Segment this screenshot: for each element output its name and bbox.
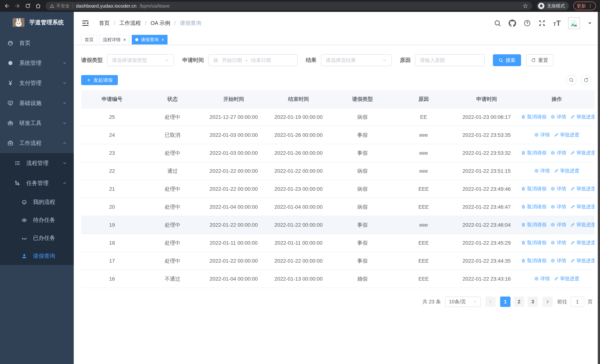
toggle-search-button[interactable] [566, 75, 577, 85]
reason-input[interactable] [416, 57, 484, 63]
page-button[interactable]: 1 [500, 297, 510, 307]
cancel-action-link[interactable]: 取消请假 [521, 239, 546, 246]
breadcrumb-item[interactable]: 工作流程 [119, 19, 141, 27]
progress-action-link[interactable]: 审批进度 [570, 149, 594, 156]
progress-action-link[interactable]: 审批进度 [554, 131, 580, 138]
chevron-down-icon [165, 58, 169, 63]
sidebar-item[interactable]: 我的流程 [0, 193, 74, 211]
progress-action-link[interactable]: 审批进度 [570, 204, 594, 210]
cell-reason: eee [393, 216, 454, 234]
cell-status: 已取消 [143, 126, 202, 144]
cancel-action-link[interactable]: 取消请假 [521, 149, 546, 156]
detail-action-link[interactable]: 详情 [534, 131, 550, 138]
briefcase-icon [7, 140, 13, 146]
detail-action-link[interactable]: 详情 [551, 222, 566, 228]
sidebar-item[interactable]: 请假查询 [0, 247, 74, 265]
search-button[interactable]: 搜索 [493, 54, 521, 66]
update-button[interactable]: 更新 [573, 2, 596, 10]
detail-action-link[interactable]: 详情 [551, 149, 566, 156]
help-icon[interactable] [524, 19, 531, 27]
cell-type: 婚假 [332, 270, 393, 288]
cell-id: 23 [81, 144, 143, 162]
result-select[interactable]: 请选择流结果 [321, 54, 392, 66]
detail-action-link[interactable]: 详情 [551, 114, 566, 120]
reason-field [415, 54, 485, 66]
cancel-action-link[interactable]: 取消请假 [521, 257, 546, 264]
progress-action-link[interactable]: 审批进度 [554, 168, 580, 174]
chevron-up-icon [62, 141, 67, 146]
sidebar-item[interactable]: 待办任务 [0, 211, 74, 229]
cell-type: 事假 [332, 252, 393, 270]
page-scrollbar[interactable] [598, 12, 600, 364]
search-icon[interactable] [494, 19, 501, 27]
sidebar-item[interactable]: 基础设施 [0, 93, 74, 113]
page-button[interactable]: 3 [527, 297, 538, 307]
column-header: 开始时间 [202, 90, 265, 108]
sidebar-item[interactable]: 支付管理 [0, 73, 74, 93]
refresh-table-button[interactable] [581, 75, 591, 85]
security-status[interactable]: 不安全 [50, 3, 70, 9]
breadcrumb-item[interactable]: OA 示例 [150, 19, 170, 27]
font-size-icon[interactable]: TT [553, 19, 561, 27]
next-page-button[interactable] [542, 297, 553, 307]
close-icon[interactable]: × [123, 37, 126, 42]
column-header: 状态 [143, 90, 202, 108]
cancel-action-link[interactable]: 取消请假 [521, 114, 546, 120]
detail-action-link[interactable]: 详情 [534, 275, 550, 282]
sidebar-item[interactable]: 首页 [0, 33, 74, 53]
github-icon[interactable] [509, 19, 516, 27]
create-leave-button[interactable]: 发起请假 [81, 75, 118, 85]
sidebar-item[interactable]: 系统管理 [0, 53, 74, 73]
back-icon[interactable] [4, 3, 10, 9]
close-icon[interactable]: × [161, 37, 164, 42]
cell-status: 不通过 [143, 270, 202, 288]
leave-type-select[interactable]: 请选择请假类型 [107, 54, 174, 66]
sidebar-item[interactable]: 已办任务 [0, 229, 74, 247]
trash-icon [521, 222, 526, 227]
progress-action-link[interactable]: 审批进度 [570, 257, 594, 264]
breadcrumb-item[interactable]: 首页 [99, 19, 110, 27]
sidebar-item[interactable]: 工作流程 [0, 133, 74, 153]
caret-down-icon[interactable] [587, 21, 592, 26]
avatar[interactable] [568, 17, 580, 29]
menu-dots-icon[interactable] [588, 4, 593, 8]
detail-action-link[interactable]: 详情 [551, 204, 566, 210]
detail-action-link[interactable]: 详情 [551, 186, 566, 192]
reload-icon[interactable] [25, 3, 31, 9]
page-button[interactable]: 2 [514, 297, 524, 307]
cell-end: 2022-01-11 00:00:00 [265, 234, 332, 252]
sidebar-collapse-icon[interactable] [82, 19, 89, 27]
page-size-select[interactable]: 10条/页 [445, 297, 481, 307]
sidebar-item[interactable]: 流程管理 [0, 153, 74, 173]
cancel-action-link[interactable]: 取消请假 [521, 204, 546, 210]
jump-page-input[interactable] [571, 297, 584, 307]
eye-open-icon [21, 217, 27, 223]
app-logo-row[interactable]: 芋道管理系统 [0, 12, 74, 33]
home-icon[interactable] [35, 3, 41, 9]
tab-3[interactable]: 请假查询× [132, 35, 168, 45]
cancel-action-link[interactable]: 取消请假 [521, 186, 546, 192]
sidebar-item[interactable]: 任务管理 [0, 173, 74, 193]
progress-action-link[interactable]: 审批进度 [570, 222, 594, 228]
progress-action-link[interactable]: 审批进度 [554, 275, 580, 282]
apply-time-range-picker[interactable]: 开始日期 - 结束日期 [208, 54, 298, 66]
cell-type: 事假 [332, 234, 393, 252]
progress-action-link[interactable]: 审批进度 [570, 239, 594, 246]
chevron-down-icon [62, 101, 67, 105]
fullscreen-icon[interactable] [538, 19, 546, 27]
sidebar-item[interactable]: 研发工具 [0, 113, 74, 133]
detail-action-link[interactable]: 详情 [551, 257, 566, 264]
detail-action-link[interactable]: 详情 [534, 168, 550, 174]
cancel-action-link[interactable]: 取消请假 [521, 222, 546, 228]
bookmark-star-icon[interactable] [523, 3, 528, 9]
address-bar[interactable]: 不安全 dashboard.yudao.iocoder.cn/bpm/oa/le… [46, 2, 532, 10]
detail-action-link[interactable]: 详情 [551, 239, 566, 246]
tab-1[interactable]: 首页 [81, 35, 97, 45]
tab-2[interactable]: 流程详情× [99, 35, 130, 45]
forward-icon[interactable] [14, 3, 20, 9]
progress-action-link[interactable]: 审批进度 [570, 114, 594, 120]
reset-button[interactable]: 重置 [526, 54, 553, 66]
prev-page-button[interactable] [485, 297, 496, 307]
page-jumper: 前往 页 [557, 297, 593, 307]
progress-action-link[interactable]: 审批进度 [570, 186, 594, 192]
